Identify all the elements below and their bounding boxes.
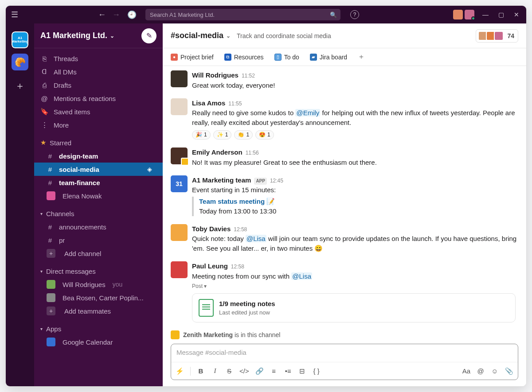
channel-name: #social-media: [171, 31, 223, 40]
message: 31 A1 Marketing teamAPP12:45 Event start…: [163, 174, 526, 218]
user-avatar[interactable]: [171, 147, 188, 164]
starred-channel-team-finance[interactable]: #team-finance: [34, 176, 163, 189]
attachment[interactable]: 1/9 meeting notes Last edited just now: [192, 293, 516, 323]
user-avatar[interactable]: [171, 261, 188, 278]
back-icon[interactable]: ←: [98, 10, 106, 19]
channel-title[interactable]: #social-media ⌄: [171, 31, 231, 40]
message: Paul Leung12:58 Meeting notes from our s…: [163, 260, 526, 324]
add-workspace-icon[interactable]: ＋: [15, 79, 25, 93]
mention-button[interactable]: @: [477, 367, 485, 375]
workspace-title[interactable]: A1 Marketing Ltd. ⌄: [40, 31, 137, 40]
starred-channel-social-media[interactable]: #social-media◈: [34, 163, 163, 176]
section-label: Channels: [46, 210, 74, 217]
code-button[interactable]: </>: [239, 367, 249, 375]
reaction[interactable]: ✨1: [213, 130, 232, 140]
bullet-list-button[interactable]: •≡: [284, 367, 292, 375]
channel-announcements[interactable]: #announcements: [34, 220, 163, 233]
mention[interactable]: @Emily: [295, 109, 320, 116]
user-avatar[interactable]: [171, 70, 188, 87]
blockquote-button[interactable]: ⊟: [298, 367, 306, 375]
section-channels[interactable]: ▾Channels: [34, 207, 163, 220]
message-author[interactable]: A1 Marketing team: [192, 175, 251, 185]
emoji-button[interactable]: ☺: [491, 367, 499, 375]
dm-group[interactable]: Bea Rosen, Carter Poplin...: [34, 291, 163, 304]
message-author[interactable]: Toby Davies: [192, 224, 231, 234]
attach-button[interactable]: 📎: [505, 367, 513, 375]
user-avatar[interactable]: [171, 98, 188, 115]
workspace-icon-1[interactable]: A1 Marketing: [12, 31, 28, 48]
channel-name: pr: [59, 237, 65, 244]
bold-button[interactable]: B: [197, 367, 205, 375]
user-avatar-2[interactable]: [465, 10, 474, 19]
close-icon[interactable]: ✕: [512, 11, 521, 18]
starred-channel-design-team[interactable]: #design-team: [34, 149, 163, 163]
sidebar-item-saved[interactable]: 🔖Saved items: [34, 105, 163, 118]
bookmark-project-brief[interactable]: ●Project brief: [171, 54, 214, 61]
sidebar-item-drafts[interactable]: ⎙Drafts: [34, 78, 163, 92]
maximize-icon[interactable]: ▢: [497, 11, 506, 18]
history-icon[interactable]: 🕘: [127, 10, 137, 19]
sidebar-item-mentions[interactable]: @Mentions & reactions: [34, 92, 163, 105]
event-title[interactable]: Team status meeting: [199, 198, 265, 205]
add-channel-button[interactable]: +Add channel: [34, 247, 163, 260]
strike-button[interactable]: S: [225, 367, 233, 375]
message: Toby Davies12:58 Quick note: today @Lisa…: [163, 222, 526, 255]
post-menu[interactable]: Post ▾: [192, 283, 518, 290]
sidebar-label: Saved items: [54, 108, 90, 116]
sidebar-item-more[interactable]: ⋮More: [34, 118, 163, 132]
code-block-button[interactable]: { }: [313, 367, 321, 375]
section-apps[interactable]: ▾Apps: [34, 322, 163, 335]
shortcuts-icon[interactable]: ⚡: [176, 367, 184, 375]
section-starred[interactable]: ★Starred: [34, 136, 163, 149]
search-placeholder: Search A1 Marketing Ltd.: [150, 12, 215, 18]
formatting-button[interactable]: Aa: [462, 367, 470, 375]
message-author[interactable]: Will Rodrigues: [192, 70, 239, 80]
notice-name: Zenith Marketing: [183, 331, 233, 338]
channel-pr[interactable]: #pr: [34, 233, 163, 247]
reaction[interactable]: 👏1: [234, 130, 253, 140]
user-avatar-1[interactable]: [453, 10, 463, 19]
message-text: Great work today, everyone!: [192, 81, 518, 90]
starred-user-elena[interactable]: Elena Nowak: [34, 189, 163, 202]
sidebar-item-dms[interactable]: ᗡAll DMs: [34, 65, 163, 78]
forward-icon[interactable]: →: [112, 10, 120, 19]
dm-will[interactable]: Will Rodriguesyou: [34, 278, 163, 291]
mention[interactable]: @Lisa: [291, 272, 312, 280]
bookmark-resources[interactable]: ⧉Resources: [224, 54, 264, 61]
event-block: Team status meeting 📝 Today from 13:00 t…: [192, 197, 518, 216]
search-input[interactable]: Search A1 Marketing Ltd. 🔍: [145, 9, 340, 20]
sidebar-label: More: [54, 121, 69, 129]
user-avatar[interactable]: [171, 224, 188, 241]
sidebar-item-threads[interactable]: ⎘Threads: [34, 52, 163, 65]
help-icon[interactable]: ?: [350, 10, 359, 19]
reaction[interactable]: 🎉1: [192, 130, 211, 140]
titlebar-right: — ▢ ✕: [453, 10, 521, 19]
add-bookmark-button[interactable]: ＋: [358, 52, 365, 62]
ordered-list-button[interactable]: ≡: [270, 367, 278, 375]
add-teammates-button[interactable]: +Add teammates: [34, 304, 163, 318]
compose-button[interactable]: ✎: [141, 28, 156, 43]
message-list[interactable]: Will Rodrigues11:52 Great work today, ev…: [163, 66, 526, 327]
section-dms[interactable]: ▾Direct messages: [34, 264, 163, 278]
mention[interactable]: @Lisa: [246, 235, 266, 242]
workspace-name: A1 Marketing Ltd.: [40, 31, 107, 40]
link-button[interactable]: 🔗: [255, 367, 264, 375]
message-author[interactable]: Paul Leung: [192, 261, 228, 271]
bookmark-jira[interactable]: ▰Jira board: [310, 54, 347, 61]
bookmark-todo[interactable]: ▯To do: [274, 54, 299, 61]
reaction[interactable]: 😍1: [255, 130, 274, 140]
content: #social-media ⌄ Track and coordinate soc…: [163, 23, 526, 386]
menu-icon[interactable]: ☰: [11, 10, 18, 19]
minimize-icon[interactable]: —: [481, 11, 490, 18]
app-avatar[interactable]: 31: [171, 175, 188, 192]
message-author[interactable]: Emily Anderson: [192, 147, 243, 157]
italic-button[interactable]: I: [211, 367, 219, 375]
workspace-icon-2[interactable]: 🥐: [12, 54, 28, 70]
app-google-calendar[interactable]: Google Calendar: [34, 335, 163, 349]
composer-input[interactable]: Message #social-media: [171, 344, 518, 362]
message-body: Toby Davies12:58 Quick note: today @Lisa…: [192, 224, 518, 253]
message-body: Lisa Amos11:55 Really need to give some …: [192, 98, 518, 140]
message-author[interactable]: Lisa Amos: [192, 98, 225, 108]
bookmark-label: Jira board: [320, 54, 347, 61]
member-chip[interactable]: 74: [476, 29, 518, 43]
